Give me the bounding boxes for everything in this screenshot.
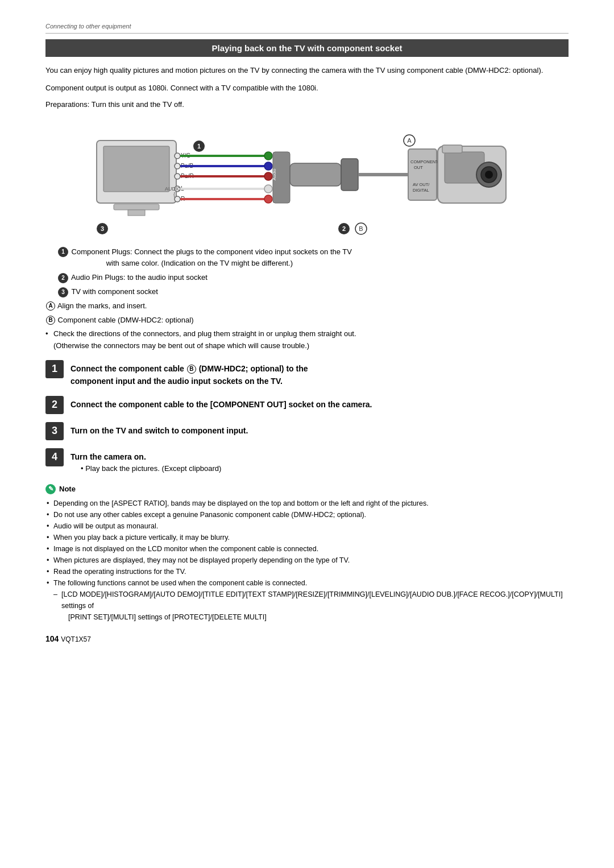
svg-text:A: A: [407, 137, 412, 144]
step-4-block: 4 Turn the camera on. • Play back the pi…: [45, 448, 569, 475]
step-4-text: Turn the camera on. • Play back the pict…: [70, 448, 221, 475]
svg-point-7: [175, 153, 180, 159]
note-5: Image is not displayed on the LCD monito…: [45, 543, 569, 555]
legend-item-3: 3 TV with component socket: [45, 286, 569, 298]
step-2-block: 2 Connect the component cable to the [CO…: [45, 396, 569, 414]
step-4-number: 4: [45, 448, 64, 466]
intro-para-2: Component output is output as 1080i. Con…: [45, 82, 569, 94]
svg-rect-3: [128, 210, 145, 216]
svg-text:OUT: OUT: [414, 165, 423, 170]
step-4-sub: • Play back the pictures. (Except clipbo…: [81, 463, 221, 475]
step-1-text: Connect the component cable B (DMW-HDC2;…: [70, 360, 308, 388]
svg-rect-33: [341, 159, 358, 191]
svg-text:AUDIO: AUDIO: [165, 186, 181, 192]
svg-rect-32: [290, 163, 341, 186]
legend-item-2: 2 Audio Pin Plugs: to the audio input so…: [45, 272, 569, 284]
note-1: Depending on the [ASPECT RATIO], bands m…: [45, 498, 569, 509]
note-2: Do not use any other cables except a gen…: [45, 509, 569, 520]
preparations: Preparations: Turn this unit and the TV …: [45, 100, 569, 109]
svg-point-15: [175, 196, 180, 202]
legend-item-1: 1 Component Plugs: Connect the plugs to …: [45, 246, 569, 270]
step1-b-ref: B: [187, 365, 196, 374]
page-number: 104 VQT1X57: [45, 634, 569, 643]
svg-text:AV OUT/: AV OUT/: [413, 182, 430, 187]
svg-text:3: 3: [101, 225, 104, 232]
svg-text:Audio: Audio: [272, 168, 277, 180]
connection-diagram: 3 Y/G Pᴃ/B Pᴃ/R L R AUDIO { 1: [91, 118, 523, 237]
bullet-b: B: [46, 316, 55, 325]
note-8: The following functions cannot be used w…: [45, 577, 569, 589]
note-9: [LCD MODE]/[HISTOGRAM]/[AUTO DEMO]/[TITL…: [45, 589, 569, 611]
svg-point-9: [175, 163, 180, 169]
svg-rect-2: [114, 204, 159, 210]
step-1-number: 1: [45, 360, 64, 378]
svg-point-11: [175, 173, 180, 179]
bullet-3: 3: [58, 287, 68, 297]
note-header: ✎ Note: [45, 484, 569, 494]
note-3: Audio will be output as monaural.: [45, 520, 569, 532]
svg-text:1: 1: [197, 143, 201, 150]
note-section: ✎ Note Depending on the [ASPECT RATIO], …: [45, 484, 569, 623]
step-2-number: 2: [45, 396, 64, 414]
breadcrumb: Connecting to other equipment: [45, 23, 569, 34]
note-10: [PRINT SET]/[MULTI] settings of [PROTECT…: [45, 611, 569, 623]
bullet-1: 1: [58, 247, 68, 257]
svg-point-28: [264, 185, 272, 193]
svg-point-25: [264, 152, 272, 160]
legend-warning: Check the directions of the connectors, …: [45, 328, 569, 352]
svg-text:COMPONENT: COMPONENT: [410, 159, 438, 164]
legend-list: 1 Component Plugs: Connect the plugs to …: [45, 246, 569, 352]
section-title: Playing back on the TV with component so…: [45, 39, 569, 57]
bullet-2: 2: [58, 273, 68, 283]
svg-point-50: [485, 171, 493, 179]
step-3-text: Turn on the TV and switch to component i…: [70, 422, 248, 437]
step-3-number: 3: [45, 422, 64, 440]
svg-text:{: {: [173, 192, 175, 197]
svg-text:B: B: [359, 225, 363, 232]
bullet-a: A: [46, 301, 55, 311]
step-3-block: 3 Turn on the TV and switch to component…: [45, 422, 569, 440]
diagram: 3 Y/G Pᴃ/B Pᴃ/R L R AUDIO { 1: [45, 118, 569, 237]
svg-text:DIGITAL: DIGITAL: [413, 188, 429, 193]
step-1-block: 1 Connect the component cable B (DMW-HDC…: [45, 360, 569, 388]
notes-list: Depending on the [ASPECT RATIO], bands m…: [45, 498, 569, 623]
legend-item-b: B Component cable (DMW-HDC2: optional): [45, 315, 569, 326]
note-icon: ✎: [45, 484, 56, 494]
legend-item-a: A Align the marks, and insert.: [45, 300, 569, 312]
svg-text:2: 2: [342, 225, 346, 232]
svg-rect-1: [103, 146, 169, 192]
intro-para-1: You can enjoy high quality pictures and …: [45, 65, 569, 77]
svg-point-26: [264, 162, 272, 170]
svg-point-29: [264, 195, 272, 203]
note-label: Note: [59, 485, 76, 493]
note-4: When you play back a picture vertically,…: [45, 532, 569, 543]
svg-rect-51: [442, 145, 462, 153]
step-2-text: Connect the component cable to the [COMP…: [70, 396, 372, 411]
note-7: Read the operating instructions for the …: [45, 566, 569, 577]
svg-point-27: [264, 172, 272, 180]
note-6: When pictures are displayed, they may no…: [45, 555, 569, 566]
